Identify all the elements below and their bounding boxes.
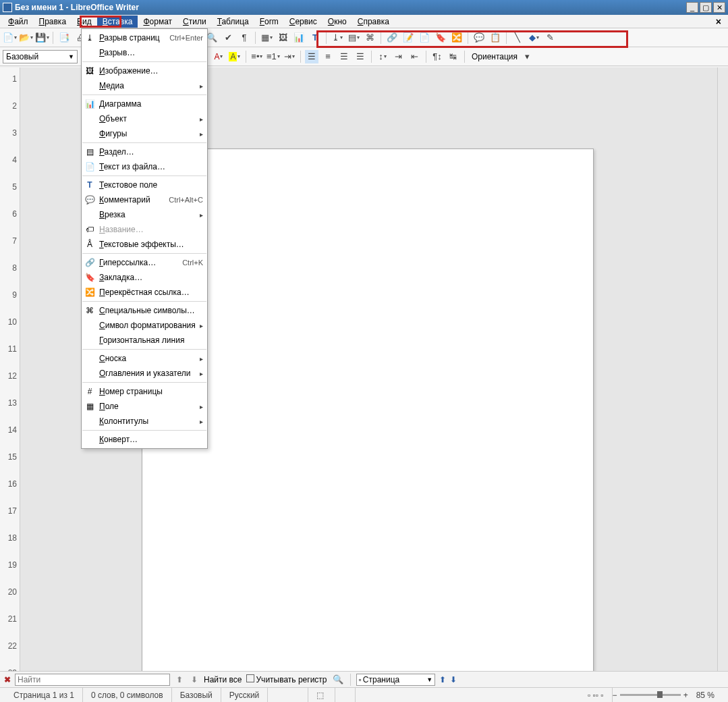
- vertical-scrollbar[interactable]: [717, 68, 728, 671]
- maximize-button[interactable]: ▢: [700, 2, 712, 13]
- status-signature[interactable]: [335, 688, 356, 702]
- menuitem-символформатирования[interactable]: Символ форматирования: [82, 318, 207, 333]
- footnote-button[interactable]: 📝: [401, 31, 415, 45]
- menuitem-разрывстраниц[interactable]: ⤓Разрыв страницCtrl+Enter: [82, 30, 207, 45]
- close-findbar-button[interactable]: ✖: [4, 675, 11, 684]
- menuitem-горизонтальнаялиния[interactable]: Горизонтальная линия: [82, 333, 207, 348]
- indent-dec-button[interactable]: ⇤: [408, 50, 422, 63]
- menuitem-перекрстнаяссылка[interactable]: 🔀Перекрёстная ссылка…: [82, 285, 207, 300]
- menuitem-специальныесимволы[interactable]: ⌘Специальные символы…: [82, 303, 207, 318]
- menuitem-колонтитулы[interactable]: Колонтитулы: [82, 414, 207, 429]
- field-button[interactable]: ▤: [347, 31, 360, 45]
- table-button[interactable]: ▦: [260, 31, 273, 45]
- menu-правка[interactable]: Правка: [34, 16, 72, 28]
- trackchanges-button[interactable]: 📋: [488, 31, 502, 45]
- menu-form[interactable]: Form: [254, 16, 284, 28]
- menuitem-фигуры[interactable]: Фигуры: [82, 126, 207, 141]
- menuitem-диаграмма[interactable]: 📊Диаграмма: [82, 97, 207, 111]
- shapes-button[interactable]: ◆: [527, 31, 540, 45]
- specialchar-button[interactable]: ⌘: [363, 31, 376, 45]
- status-page[interactable]: Страница 1 из 1: [5, 688, 83, 702]
- drawfunctions-button[interactable]: ✎: [543, 31, 557, 45]
- menuitem-номерстраницы[interactable]: #Номер страницы: [82, 384, 207, 399]
- para-spacing-button[interactable]: ¶↕: [430, 50, 444, 63]
- close-document-button[interactable]: ×: [712, 16, 725, 27]
- close-button[interactable]: ✕: [713, 2, 725, 13]
- formatting-marks-button[interactable]: ¶: [237, 31, 251, 45]
- font-color-button[interactable]: A: [212, 50, 225, 63]
- menuitem-изображение[interactable]: 🖼Изображение…: [82, 63, 207, 78]
- outline-button[interactable]: ⇥: [283, 50, 296, 63]
- zoom-in-button[interactable]: +: [683, 691, 688, 700]
- menu-таблица[interactable]: Таблица: [212, 16, 254, 28]
- view-layout-buttons[interactable]: ▫ ▫▫ ▫: [580, 688, 613, 702]
- hyperlink-button[interactable]: 🔗: [385, 31, 399, 45]
- insert-image-button[interactable]: 🖼: [276, 31, 289, 45]
- find-options-button[interactable]: 🔍: [331, 673, 345, 686]
- minimize-button[interactable]: _: [686, 2, 698, 13]
- menuitem-раздел[interactable]: ▤Раздел…: [82, 144, 207, 159]
- crossref-button[interactable]: 🔀: [450, 31, 464, 45]
- document-page[interactable]: [142, 148, 594, 702]
- save-button[interactable]: 💾: [35, 31, 49, 45]
- menuitem-медиа[interactable]: Медиа: [82, 78, 207, 93]
- number-list-button[interactable]: ≡1: [267, 50, 280, 63]
- menuitem-сноска[interactable]: Сноска: [82, 351, 207, 366]
- tabs-button[interactable]: ↹: [447, 50, 460, 63]
- zoom-percent[interactable]: 85 %: [688, 688, 723, 702]
- insert-chart-button[interactable]: 📊: [292, 31, 306, 45]
- align-justify-button[interactable]: ☰: [354, 50, 367, 63]
- menu-справка[interactable]: Справка: [352, 16, 395, 28]
- export-pdf-button[interactable]: 📑: [57, 31, 71, 45]
- endnote-button[interactable]: 📄: [418, 31, 431, 45]
- menuitem-объект[interactable]: Объект: [82, 111, 207, 126]
- page-break-button[interactable]: ⤓: [331, 31, 344, 45]
- new-doc-button[interactable]: 📄: [3, 31, 16, 45]
- align-right-button[interactable]: ☰: [337, 50, 351, 63]
- spellcheck-button[interactable]: ✔: [221, 31, 235, 45]
- highlight-color-button[interactable]: A: [228, 50, 242, 63]
- status-insert-mode[interactable]: [268, 688, 308, 702]
- menuitem-врезка[interactable]: Врезка: [82, 207, 207, 222]
- menuitem-закладка[interactable]: 🔖Закладка…: [82, 270, 207, 285]
- align-left-button[interactable]: ☰: [305, 50, 318, 63]
- menuitem-комментарий[interactable]: 💬КомментарийCtrl+Alt+C: [82, 192, 207, 207]
- menuitem-текстовоеполе[interactable]: TТекстовое поле: [82, 178, 207, 192]
- indent-inc-button[interactable]: ⇥: [392, 50, 405, 63]
- line-button[interactable]: ╲: [511, 31, 524, 45]
- zoom-out-button[interactable]: −: [613, 691, 617, 700]
- bookmark-button[interactable]: 🔖: [434, 31, 447, 45]
- comment-button[interactable]: 💬: [472, 31, 486, 45]
- find-next-button[interactable]: ⬇: [189, 674, 200, 685]
- status-style[interactable]: Базовый: [172, 688, 221, 702]
- line-spacing-button[interactable]: ↕: [376, 50, 389, 63]
- nav-prev-button[interactable]: ⬆: [439, 675, 446, 684]
- find-prev-button[interactable]: ⬆: [174, 674, 185, 685]
- navigate-by-combo[interactable]: ▫ Страница ▼: [356, 674, 436, 686]
- menu-файл[interactable]: Файл: [3, 16, 34, 28]
- bullet-list-button[interactable]: ≡•: [250, 50, 264, 63]
- menuitem-гиперссылка[interactable]: 🔗Гиперссылка…Ctrl+K: [82, 255, 207, 270]
- find-input[interactable]: [15, 674, 170, 686]
- menu-окно[interactable]: Окно: [323, 16, 352, 28]
- open-button[interactable]: 📂: [19, 31, 32, 45]
- nav-next-button[interactable]: ⬇: [450, 675, 457, 684]
- menu-формат[interactable]: Формат: [138, 16, 177, 28]
- menu-вставка[interactable]: Вставка: [97, 16, 138, 28]
- zoom-controls[interactable]: − +: [613, 691, 688, 700]
- menuitem-текстизфайла[interactable]: 📄Текст из файла…: [82, 159, 207, 174]
- align-center-button[interactable]: ≡: [321, 50, 335, 63]
- status-language[interactable]: Русский: [221, 688, 269, 702]
- orientation-button[interactable]: ▾: [520, 50, 534, 63]
- status-selection-mode[interactable]: ⬚: [308, 688, 335, 702]
- menuitem-конверт[interactable]: Конверт…: [82, 432, 207, 447]
- status-wordcount[interactable]: 0 слов, 0 символов: [83, 688, 172, 702]
- menuitem-разрыв[interactable]: Разрыв…: [82, 45, 207, 60]
- zoom-slider[interactable]: [620, 694, 681, 696]
- paragraph-style-combo[interactable]: Базовый ▼: [3, 50, 78, 63]
- insert-textbox-button[interactable]: T: [308, 31, 322, 45]
- match-case-checkbox[interactable]: Учитывать регистр: [246, 674, 327, 684]
- menuitem-текстовыеэффекты[interactable]: ÅТекстовые эффекты…: [82, 237, 207, 252]
- menu-вид[interactable]: Вид: [72, 16, 97, 28]
- find-all-button[interactable]: Найти все: [204, 675, 242, 684]
